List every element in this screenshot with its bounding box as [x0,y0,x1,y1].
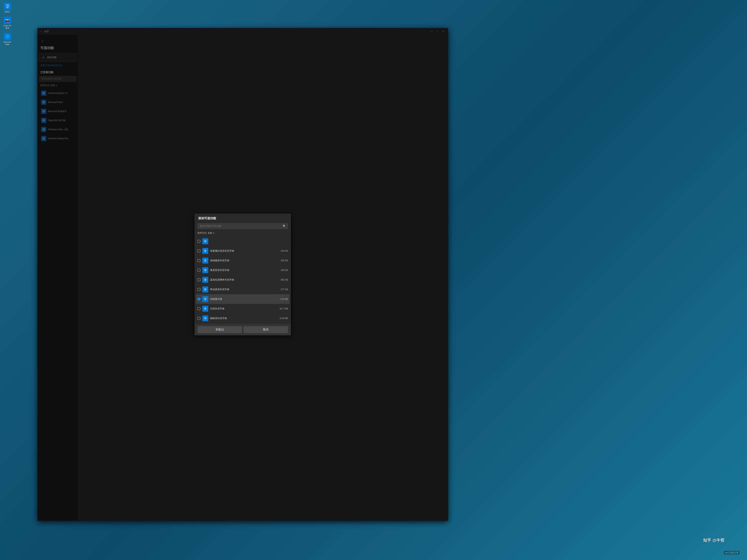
feature-row-korean[interactable]: ⚙ 朝鲜语补充字体 9.28 MB [196,314,289,323]
main-content: 添加可选功能 🔍 排序方式: 名称 ∨ [78,35,448,521]
feature-checkbox-bengali[interactable] [198,278,201,281]
feature-icon-bengali: ⚙ [202,277,208,283]
recycle-bin-icon: 🗑️ [4,3,11,10]
feature-checkbox-oriya[interactable] [198,269,201,272]
feature-row-wireless[interactable]: ✓ ⚙ 无线显示器 1.06 MB [196,294,289,304]
feature-size-ethiopic: 194 KB [281,250,288,252]
modal-footer: 安装(1) 取消 [195,324,291,336]
desktop-icons-area: 🗑️ 回收站 📷 Vision 照看器 🌐 MicrosoftEdge [0,0,15,560]
feature-row-hebrew[interactable]: ⚙ 希伯来语补充字体 377 KB [196,285,289,294]
modal-search-input[interactable] [200,224,281,228]
feature-size-oriya: 249 KB [281,269,288,271]
modal-sort-chevron: ∨ [213,232,214,234]
feature-size-wireless: 1.06 MB [280,298,288,300]
feature-size-korean: 9.28 MB [280,317,288,320]
cancel-button[interactable]: 取消 [243,326,288,333]
desktop-icon-recycle[interactable]: 🗑️ 回收站 [1,2,14,14]
feature-icon-wireless: ⚙ [202,296,208,302]
feature-checkbox-ethiopic[interactable] [198,249,201,252]
feature-checkbox-0[interactable] [198,240,201,243]
watermark: 知乎 @牛哲 [703,538,725,543]
settings-window: ← 设置 — □ ✕ ⌂ 可选功能 ＋ 添加功能 查看可选功能历史记录 [37,28,448,521]
feature-checkbox-wireless[interactable]: ✓ [198,298,201,300]
vision-label: Vision 照看器 [4,25,11,29]
feature-row-japanese[interactable]: ⚙ 日语补充字体 50.7 MB [196,304,289,314]
feature-name-japanese: 日语补充字体 [210,307,278,310]
feature-row-amharic[interactable]: ⚙ 埃纳德语补充字体 205 KB [196,256,289,265]
modal-search-bar[interactable]: 🔍 [198,223,288,229]
feature-name-korean: 朝鲜语补充字体 [210,317,278,320]
recycle-bin-label: 回收站 [5,11,10,13]
search-icon: 🔍 [283,224,286,228]
feature-checkbox-japanese[interactable] [198,307,201,310]
feature-name-wireless: 无线显示器 [210,297,278,301]
modal-title: 添加可选功能 [195,214,291,222]
edge-label: MicrosoftEdge [4,41,11,46]
feature-icon-japanese: ⚙ [202,306,208,312]
edge-icon: 🌐 [4,33,11,41]
desktop-icon-vision[interactable]: 📷 Vision 照看器 [1,16,14,30]
feature-icon-ethiopic: ⚙ [202,248,208,254]
feature-name-oriya: 奥里亚语补充字体 [210,268,279,272]
feature-size-bengali: 482 KB [281,278,288,281]
vision-icon: 📷 [4,17,11,24]
feature-icon-oriya: ⚙ [202,267,208,273]
settings-body: ⌂ 可选功能 ＋ 添加功能 查看可选功能历史记录 已安装功能 查找安装的可选功能… [37,35,448,521]
feature-name-amharic: 埃纳德语补充字体 [210,259,279,262]
feature-name-ethiopic: 埃塞俄比亚语补充字体 [210,249,279,252]
feature-icon-0: ⚙ [202,238,208,244]
feature-size-japanese: 50.7 MB [280,308,288,310]
feature-checkbox-korean[interactable] [198,317,201,320]
feature-list: ⚙ ⚙ 埃塞俄比亚语补充字体 194 KB [195,236,291,324]
desktop: 🗑️ 回收站 📷 Vision 照看器 🌐 MicrosoftEdge ← 设置… [0,0,747,560]
add-feature-modal: 添加可选功能 🔍 排序方式: 名称 ∨ [195,214,291,336]
feature-name-hebrew: 希伯来语补充字体 [210,288,279,291]
feature-icon-hebrew: ⚙ [202,287,208,292]
feature-name-bengali: 孟加拉语脚本补充字体 [210,278,279,282]
modal-overlay: 添加可选功能 🔍 排序方式: 名称 ∨ [78,35,448,521]
feature-row-bengali[interactable]: ⚙ 孟加拉语脚本补充字体 482 KB [196,275,289,285]
feature-size-hebrew: 377 KB [281,288,288,291]
feature-icon-korean: ⚙ [202,315,208,321]
feature-size-amharic: 205 KB [281,259,288,262]
feature-row-ethiopic[interactable]: ⚙ 埃塞俄比亚语补充字体 194 KB [196,246,289,256]
modal-sort-text: 排序方式: 名称 [198,232,212,235]
feature-row-oriya[interactable]: ⚙ 奥里亚语补充字体 249 KB [196,265,289,275]
win11-logo: win11系统之家 [724,551,740,555]
desktop-icon-edge[interactable]: 🌐 MicrosoftEdge [1,32,14,46]
feature-checkbox-hebrew[interactable] [198,288,201,291]
modal-sort[interactable]: 排序方式: 名称 ∨ [195,230,291,236]
feature-icon-amharic: ⚙ [202,258,208,264]
install-button[interactable]: 安装(1) [198,326,242,333]
feature-row-partial[interactable]: ⚙ [196,237,289,246]
feature-checkbox-amharic[interactable] [198,259,201,262]
